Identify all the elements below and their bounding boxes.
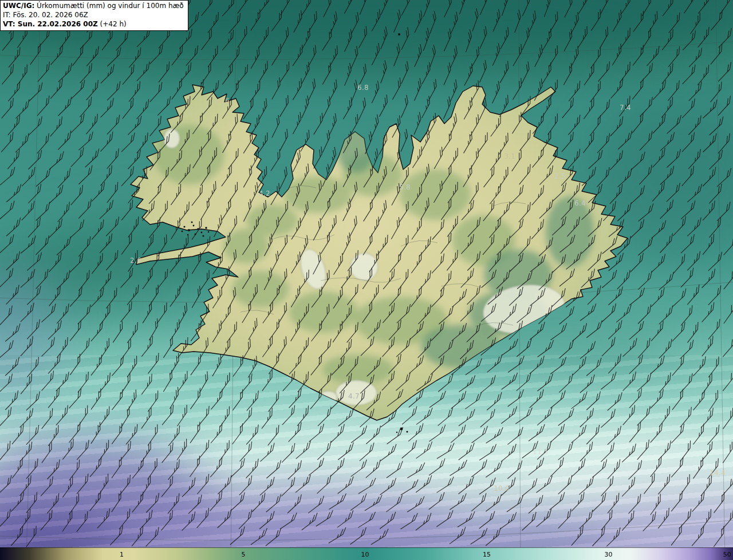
product-title-line: UWC/IG: Úrkomumætti (mm) og vindur í 100… [3,2,184,11]
valid-time: VT: Sun. 22.02.2026 00Z [3,20,98,28]
init-time: IT: Fös. 20. 02. 2026 06Z [3,11,88,19]
colorbar-tick-label: 50 [723,551,731,558]
model-name: UWC/IG: [3,2,34,10]
title-box: UWC/IG: Úrkomumætti (mm) og vindur í 100… [0,0,188,31]
valid-time-line: VT: Sun. 22.02.2026 00Z (+42 h) [3,20,184,29]
colorbar-tick-label: 30 [604,551,612,558]
colorbar-tick-label: 15 [483,551,491,558]
product-name: Úrkomumætti (mm) og vindur í 100m hæð [34,2,183,10]
map-stage: 6.86.67.43.12.55.84.26.42.64.711.514.410… [0,0,733,560]
precip-colorbar: 1510153050 [0,547,733,560]
colorbar-tick-label: 1 [120,551,124,558]
glacier-hofsjokull [350,253,378,281]
colorbar-tick-label: 5 [241,551,245,558]
init-time-line: IT: Fös. 20. 02. 2026 06Z [3,11,184,20]
valid-time-offset: (+42 h) [98,20,127,28]
weather-map-canvas [0,0,733,560]
colorbar-tick-label: 10 [361,551,369,558]
